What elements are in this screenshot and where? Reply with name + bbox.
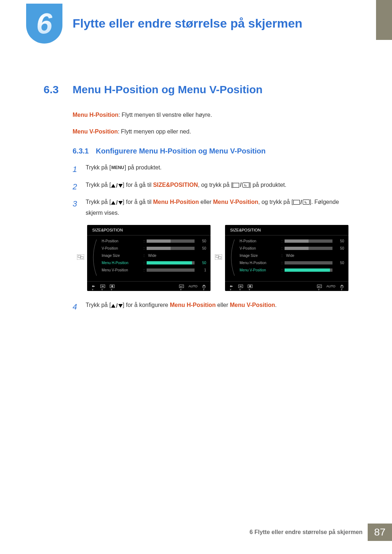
osd-category-icon <box>215 254 222 260</box>
subsection-heading: 6.3.1 Konfigurere Menu H-Position og Men… <box>73 147 348 155</box>
aspect-enter-icon: / <box>293 197 310 207</box>
osd-footer-back-icon: ▾ <box>229 284 234 288</box>
osd-footer-power-icon: ▾ <box>340 284 345 288</box>
osd-title: SIZE&POSITION <box>87 225 211 235</box>
osd-footer-auto: AUTO <box>326 284 335 288</box>
step-2: 2 Trykk på [/] for å gå til SIZE&POSITIO… <box>73 180 348 193</box>
desc-v: Menu V-Position: Flytt menyen opp eller … <box>73 127 348 136</box>
osd-left: SIZE&POSITION H-Position: 50 <box>87 225 211 291</box>
step-4-text: Trykk på [/] for å konfigurere Menu H-Po… <box>86 300 348 311</box>
subsection-title: Konfigurere Menu H-Position og Menu V-Po… <box>96 147 266 155</box>
chapter-header: 6 Flytte eller endre størrelse på skjerm… <box>0 0 392 44</box>
desc-h: Menu H-Position: Flytt menyen til venstr… <box>73 110 348 120</box>
step-num-2: 2 <box>73 180 86 193</box>
term-h-text: : Flytt menyen til venstre eller høyre. <box>118 112 212 118</box>
step-3: 3 Trykk på [/] for å gå til Menu H-Posit… <box>73 197 348 218</box>
menu-button-label: MENU <box>111 164 124 171</box>
step-3-text: Trykk på [/] for å gå til Menu H-Positio… <box>86 197 348 218</box>
osd-category-icon <box>77 254 84 260</box>
step-num-3: 3 <box>73 197 86 210</box>
osd-arc-icon <box>227 238 238 278</box>
page-footer: 6 Flytte eller endre størrelse på skjerm… <box>250 524 392 541</box>
osd-footer-enter-icon: ▾ <box>179 284 184 288</box>
svg-rect-20 <box>240 286 242 287</box>
svg-rect-10 <box>179 285 184 288</box>
step-num-4: 4 <box>73 300 86 313</box>
up-down-icon: / <box>111 301 123 311</box>
svg-rect-9 <box>111 286 113 287</box>
target-size-position: SIZE&POSITION <box>153 182 198 188</box>
osd-row-hpos: H-Position: 50 <box>102 238 206 245</box>
osd-footer-back-icon: ▾ <box>91 284 96 288</box>
chapter-number: 6 <box>36 7 53 40</box>
osd-footer-minus-icon: ▾ <box>238 284 243 288</box>
footer-page-number: 87 <box>368 524 392 541</box>
osd-footer-auto: AUTO <box>188 284 197 288</box>
svg-marker-11 <box>180 286 181 287</box>
osd-arc-icon <box>89 238 100 278</box>
osd-row-imgsize: Image Size: Wide <box>240 252 344 259</box>
osd-footer-plus-icon: ▾ <box>110 284 115 288</box>
section-title: Menu H-Position og Menu V-Position <box>73 83 262 96</box>
svg-rect-27 <box>342 285 342 287</box>
svg-rect-4 <box>93 286 95 287</box>
decorative-stripe <box>376 0 392 40</box>
osd-footer: ▾ ▾ ▾ ▾ AUTO ▾ <box>87 281 211 291</box>
term-v-text: : Flytt menyen opp eller ned. <box>118 128 191 135</box>
osd-footer-minus-icon: ▾ <box>100 284 105 288</box>
chapter-title: Flytte eller endre størrelse på skjermen <box>73 16 302 30</box>
osd-row-hpos: H-Position: 50 <box>240 238 344 245</box>
footer-text: 6 Flytte eller endre størrelse på skjerm… <box>250 529 368 535</box>
svg-rect-13 <box>204 285 204 287</box>
term-v-label: Menu V-Position <box>73 128 118 135</box>
up-down-icon: / <box>111 181 123 190</box>
step-1: 1 Trykk på [MENU] på produktet. <box>73 163 348 176</box>
step-num-1: 1 <box>73 163 86 176</box>
osd-footer-plus-icon: ▾ <box>248 284 253 288</box>
osd-footer-enter-icon: ▾ <box>317 284 322 288</box>
osd-right: SIZE&POSITION H-Position: 50 <box>225 225 348 291</box>
osd-screenshots: SIZE&POSITION H-Position: 50 <box>87 225 348 291</box>
svg-rect-24 <box>317 285 322 288</box>
section-heading: 6.3 Menu H-Position og Menu V-Position <box>44 83 348 96</box>
step-1-text: Trykk på [MENU] på produktet. <box>86 163 348 172</box>
aspect-enter-icon: / <box>233 180 249 190</box>
svg-rect-18 <box>231 286 233 287</box>
osd-row-imgsize: Image Size: Wide <box>102 252 206 259</box>
osd-row-vpos: V-Position: 50 <box>240 245 344 252</box>
svg-marker-25 <box>318 286 319 287</box>
osd-row-menuh: Menu H-Position: 50 <box>102 259 206 267</box>
osd-row-menuh: Menu H-Position: 50 <box>240 259 344 267</box>
osd-title: SIZE&POSITION <box>225 225 348 235</box>
step-2-text: Trykk på [/] for å gå til SIZE&POSITION,… <box>86 180 348 191</box>
chapter-badge: 6 <box>26 4 62 44</box>
osd-row-menuv: Menu V-Position: 1 <box>102 267 206 274</box>
section-number: 6.3 <box>44 83 73 96</box>
up-down-icon: / <box>111 198 123 208</box>
osd-footer: ▾ ▾ ▾ ▾ AUTO ▾ <box>225 281 348 291</box>
svg-marker-17 <box>230 285 231 287</box>
osd-row-vpos: V-Position: 50 <box>102 245 206 252</box>
term-h-label: Menu H-Position <box>73 112 118 118</box>
osd-row-menuv: Menu V-Position: <box>240 267 344 274</box>
svg-marker-3 <box>92 285 93 287</box>
svg-rect-23 <box>249 286 251 287</box>
subsection-number: 6.3.1 <box>73 147 96 155</box>
osd-footer-power-icon: ▾ <box>202 284 207 288</box>
svg-rect-6 <box>102 286 104 287</box>
step-4: 4 Trykk på [/] for å konfigurere Menu H-… <box>73 300 348 313</box>
